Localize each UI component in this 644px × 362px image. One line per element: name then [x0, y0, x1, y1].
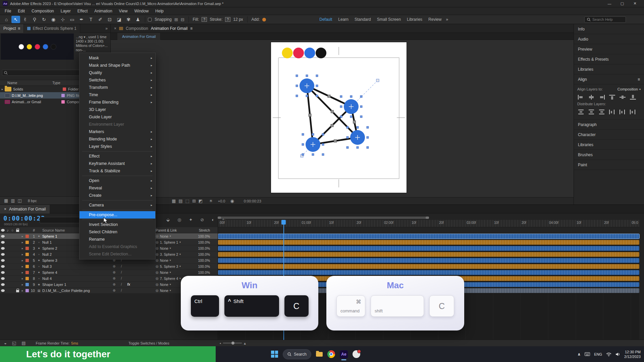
exposure-icon[interactable]: ☀ — [209, 198, 213, 203]
new-composition-icon[interactable]: ◫ — [18, 198, 22, 203]
close-icon[interactable]: × — [114, 26, 116, 31]
layer-menu-effect[interactable]: Effect▸ — [79, 153, 155, 160]
menu-help[interactable]: Help — [152, 9, 167, 13]
column-stretch[interactable]: Stretch — [193, 228, 213, 232]
snapping-checkbox[interactable] — [148, 18, 152, 21]
timeline-tab[interactable]: × Animation For Gmail — [0, 205, 50, 214]
panel-menu-icon[interactable]: ≡ — [18, 26, 20, 31]
close-icon[interactable]: × — [4, 207, 6, 212]
layer-menu-guide-layer[interactable]: Guide Layer — [79, 113, 155, 121]
camera-icon[interactable]: ◉ — [230, 198, 234, 203]
composition-canvas[interactable] — [271, 42, 407, 193]
panel-effects-presets[interactable]: Effects & Presets — [574, 54, 644, 64]
layer-twirl-icon[interactable]: ▸ — [20, 265, 25, 268]
menu-view[interactable]: View — [116, 9, 131, 13]
label-chip[interactable] — [25, 265, 29, 268]
align-horizontal-center-icon[interactable] — [588, 95, 595, 100]
panel-paragraph[interactable]: Paragraph — [574, 120, 644, 130]
distribute-vertical-center-icon[interactable] — [588, 109, 595, 115]
notification-app-icon[interactable] — [353, 350, 360, 358]
menu-window[interactable]: Window — [131, 9, 152, 13]
label-chip[interactable] — [25, 235, 29, 238]
eye-toggle[interactable] — [0, 235, 5, 238]
workspace-default[interactable]: Default — [316, 17, 335, 22]
align-vertical-center-icon[interactable] — [619, 95, 626, 100]
column-parent-link[interactable]: Parent & Link — [156, 228, 193, 232]
orbit-tool-icon[interactable]: ↻ — [40, 16, 48, 23]
workspace-review[interactable]: Review — [425, 17, 444, 22]
panel-menu-icon[interactable]: ≡ — [638, 77, 640, 82]
language-indicator[interactable]: ENG — [594, 352, 602, 356]
layer-menu-transform[interactable]: Transform▸ — [79, 84, 155, 91]
distribute-right-icon[interactable] — [629, 109, 637, 115]
hidden-icons-chevron[interactable]: ∧ — [577, 352, 581, 357]
eye-toggle[interactable] — [0, 283, 5, 286]
layer-twirl-icon[interactable]: ▸ — [20, 241, 25, 244]
current-time-display[interactable]: 0:00:00:23 — [3, 215, 45, 222]
channels-icon[interactable]: ◩ — [199, 198, 203, 203]
panel-menu-icon[interactable]: ≡ — [190, 26, 193, 31]
panel-align-header[interactable]: Align ≡ — [574, 74, 644, 84]
layer-bar-null-3[interactable] — [218, 264, 639, 269]
panel-audio[interactable]: Audio — [574, 34, 644, 44]
align-bottom-icon[interactable] — [629, 95, 637, 100]
layer-twirl-icon[interactable]: ▸ — [20, 289, 25, 292]
align-left-icon[interactable] — [577, 95, 585, 100]
after-effects-taskbar-icon[interactable]: Ae — [340, 350, 348, 358]
eye-toggle[interactable] — [0, 289, 5, 292]
brush-tool-icon[interactable]: ✐ — [96, 16, 105, 23]
label-chip[interactable] — [25, 289, 29, 292]
pickwhip-icon[interactable]: ◎ — [156, 270, 159, 274]
zoom-knob[interactable] — [231, 342, 234, 345]
distribute-left-icon[interactable] — [608, 109, 616, 115]
viewer-tab[interactable]: Animation For Gmail — [117, 33, 161, 40]
layer-menu-reveal[interactable]: Reveal▸ — [79, 184, 155, 192]
eye-toggle[interactable] — [0, 241, 5, 244]
eye-toggle[interactable] — [0, 277, 5, 280]
layer-twirl-icon[interactable]: ▸ — [20, 283, 25, 286]
chrome-icon[interactable] — [327, 350, 335, 358]
roto-brush-tool-icon[interactable]: ✾ — [124, 16, 133, 23]
layer-menu-frame-blending[interactable]: Frame Blending▸ — [79, 99, 155, 106]
workspace-overflow-icon[interactable]: » — [446, 17, 448, 22]
touch-keyboard-icon[interactable] — [585, 352, 590, 356]
layer-menu-mask-and-shape-path[interactable]: Mask and Shape Path▸ — [79, 62, 155, 69]
layer-menu-track-stabilize[interactable]: Track & Stabilize▸ — [79, 167, 155, 175]
selection-tool-icon[interactable]: ↖ — [11, 16, 20, 23]
label-chip[interactable] — [25, 253, 29, 256]
pickwhip-icon[interactable]: ◎ — [156, 240, 159, 244]
parent-link-dropdown[interactable]: ◎None▾ — [156, 246, 193, 250]
label-chip[interactable] — [61, 100, 65, 104]
eye-toggle[interactable] — [0, 271, 5, 274]
distribute-bottom-icon[interactable] — [598, 109, 605, 115]
composition-name[interactable]: Animation For Gmail — [151, 26, 187, 31]
pickwhip-icon[interactable]: ◎ — [156, 252, 159, 256]
layer-row-null-3[interactable]: ▸6▫Null 3⊕/◎5. Sphere 3▾100.0% — [0, 263, 218, 269]
layer-bar-null-2[interactable] — [218, 252, 639, 257]
layer-switches[interactable]: ⊕/ — [109, 289, 156, 292]
layer-bar-null-1[interactable] — [218, 240, 639, 245]
layer-menu-select-children[interactable]: Select Children — [79, 228, 155, 236]
parent-link-dropdown[interactable]: ◎3. Sphere 2▾ — [156, 252, 193, 256]
adaptive-resolution-icon[interactable]: ◱ — [12, 341, 16, 346]
pickwhip-icon[interactable]: ◎ — [156, 289, 159, 292]
label-chip[interactable] — [25, 247, 29, 250]
file-explorer-icon[interactable] — [316, 352, 323, 357]
layer-row-sphere-4[interactable]: ▸7✦Sphere 4⊕/◎None▾100.0% — [0, 269, 218, 276]
clock[interactable]: 12:30 PM 2/12/2023 — [624, 350, 641, 359]
workspace-small-screen[interactable]: Small Screen — [374, 17, 404, 22]
layer-menu-switches[interactable]: Switches▸ — [79, 76, 155, 84]
layer-menu-blending-mode[interactable]: Blending Mode▸ — [79, 135, 155, 143]
pickwhip-icon[interactable]: ◎ — [156, 246, 159, 250]
render-status-icon[interactable]: ◒ — [4, 341, 7, 346]
eye-toggle[interactable] — [0, 265, 5, 268]
panel-character[interactable]: Character — [574, 130, 644, 140]
label-chip[interactable] — [25, 241, 29, 244]
eye-toggle[interactable] — [0, 247, 5, 250]
home-tool-icon[interactable]: ⌂ — [2, 16, 11, 23]
shy-layers-icon[interactable]: ✦ — [189, 217, 193, 222]
panel-libraries[interactable]: Libraries — [574, 64, 644, 74]
layer-bar-sphere-2[interactable] — [218, 246, 639, 251]
layer-twirl-icon[interactable]: ▸ — [20, 253, 25, 256]
wifi-icon[interactable] — [606, 352, 611, 356]
